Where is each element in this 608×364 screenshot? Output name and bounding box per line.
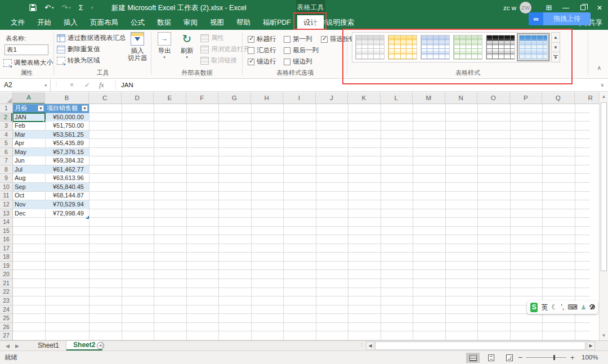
column-header-G[interactable]: G	[218, 92, 251, 104]
row-header-3[interactable]: 3	[0, 122, 12, 131]
column-header-I[interactable]: I	[283, 92, 316, 104]
expand-formula-bar-icon[interactable]: ∨	[600, 79, 604, 91]
column-header-M[interactable]: M	[413, 92, 445, 104]
new-sheet-button[interactable]: +	[97, 342, 104, 349]
hscroll-left-icon[interactable]: ◀	[366, 341, 374, 350]
cell-month[interactable]: Aug	[13, 174, 45, 183]
name-box[interactable]: A2▾	[0, 79, 51, 91]
insert-slicer-button[interactable]: 插入 切片器	[125, 32, 150, 67]
row-header-16[interactable]: 16	[0, 235, 12, 244]
cell-amount[interactable]: ¥55,435.89	[45, 139, 89, 148]
row-header-8[interactable]: 8	[0, 165, 12, 174]
row-header-1[interactable]: 1	[0, 104, 12, 113]
row-header-20[interactable]: 20	[0, 270, 12, 279]
cells-layer[interactable]: 月份▼项目销售额▼JAN¥50,000.00Feb¥51,750.00Mar¥5…	[13, 104, 599, 340]
row-header-2[interactable]: 2	[0, 113, 12, 122]
column-header-J[interactable]: J	[316, 92, 348, 104]
gallery-scroll-up-button[interactable]: ▲	[551, 32, 560, 43]
cell-month[interactable]: Nov	[13, 200, 45, 209]
collapse-ribbon-button[interactable]: ∧	[597, 65, 601, 71]
row-header-27[interactable]: 27	[0, 331, 12, 340]
cell-month[interactable]: Apr	[13, 139, 45, 148]
prev-sheet-icon[interactable]: ◀	[6, 343, 10, 349]
cell-amount[interactable]: ¥70,529.94	[45, 200, 89, 209]
filter-dropdown-button[interactable]: ▼	[38, 105, 44, 111]
insert-function-button[interactable]: fx	[99, 79, 104, 91]
gallery-scroll-down-button[interactable]: ▼	[551, 43, 560, 53]
confirm-entry-button[interactable]: ✓	[84, 79, 90, 91]
column-header-C[interactable]: C	[89, 92, 122, 104]
checkbox-last-column[interactable]: 最后一列	[284, 46, 319, 55]
next-sheet-icon[interactable]: ▶	[15, 343, 19, 349]
cell-amount[interactable]: ¥72,998.49	[45, 209, 89, 218]
cell-month[interactable]: Dec	[13, 209, 45, 218]
tab-insert[interactable]: 插入	[57, 15, 84, 30]
name-box-dropdown-icon[interactable]: ▾	[44, 79, 47, 91]
remove-duplicates-button[interactable]: 删除重复值	[57, 45, 100, 53]
zoom-level[interactable]: 100%	[582, 351, 598, 364]
row-header-9[interactable]: 9	[0, 174, 12, 183]
checkbox-header-row[interactable]: 标题行	[248, 35, 276, 43]
zoom-slider-track[interactable]	[526, 357, 566, 358]
tab-help[interactable]: 帮助	[230, 15, 257, 30]
column-header-K[interactable]: K	[348, 92, 381, 104]
row-header-15[interactable]: 15	[0, 227, 12, 236]
table-style-dark-black[interactable]	[486, 35, 515, 60]
tell-me-search[interactable]: 操作说明搜索	[301, 15, 354, 30]
undo-dropdown-icon[interactable]: ▾	[52, 6, 54, 10]
formula-bar-grip[interactable]: ⋮	[53, 81, 59, 87]
column-header-A[interactable]: A	[13, 92, 45, 104]
column-header-O[interactable]: O	[477, 92, 510, 104]
scroll-down-icon[interactable]: ▼	[600, 331, 608, 340]
tab-formulas[interactable]: 公式	[124, 15, 151, 30]
cell-amount[interactable]: ¥51,750.00	[45, 122, 89, 131]
table-header-cell[interactable]: 项目销售额▼	[45, 104, 89, 113]
sogou-logo-icon[interactable]: S	[530, 303, 538, 312]
row-header-6[interactable]: 6	[0, 148, 12, 157]
row-header-14[interactable]: 14	[0, 218, 12, 227]
cell-amount[interactable]: ¥65,840.45	[45, 183, 89, 192]
tab-foxit-pdf[interactable]: 福昕PDF	[257, 15, 297, 30]
cell-amount[interactable]: ¥59,384.32	[45, 156, 89, 165]
undo-button[interactable]: ↶▾	[44, 4, 53, 11]
zoom-slider-thumb[interactable]	[553, 355, 555, 360]
refresh-button[interactable]: ↻ 刷新 ▾	[177, 32, 197, 67]
row-header-23[interactable]: 23	[0, 296, 12, 305]
row-header-18[interactable]: 18	[0, 253, 12, 262]
tab-review[interactable]: 审阅	[177, 15, 204, 30]
convert-to-range-button[interactable]: 转换为区域	[57, 56, 100, 65]
tab-page-layout[interactable]: 页面布局	[84, 15, 124, 30]
table-style-light-blue[interactable]	[421, 35, 450, 60]
column-header-L[interactable]: L	[381, 92, 413, 104]
table-style-light-gray[interactable]	[355, 35, 385, 60]
gallery-more-button[interactable]: ▼	[551, 52, 560, 62]
row-header-26[interactable]: 26	[0, 323, 12, 332]
row-header-10[interactable]: 10	[0, 183, 12, 192]
cell-month[interactable]: Feb	[13, 122, 45, 131]
cell-amount[interactable]: ¥53,561.25	[45, 131, 89, 140]
export-button[interactable]: 导出 ▾	[154, 32, 175, 67]
moon-icon[interactable]: ☾	[551, 304, 557, 311]
customize-qat-button[interactable]: ▿	[91, 6, 93, 10]
table-header-cell[interactable]: 月份▼	[13, 104, 45, 113]
column-header-E[interactable]: E	[154, 92, 186, 104]
row-header-7[interactable]: 7	[0, 156, 12, 165]
cell-month[interactable]: Jul	[13, 165, 45, 174]
cell-amount[interactable]: ¥57,376.15	[45, 148, 89, 157]
horizontal-scrollbar[interactable]	[375, 341, 585, 350]
tab-home[interactable]: 开始	[31, 15, 57, 30]
sheet-tab-sheet1[interactable]: Sheet1	[31, 341, 66, 350]
cell-amount[interactable]: ¥61,462.77	[45, 165, 89, 174]
summarize-with-pivottable-button[interactable]: 通过数据透视表汇总	[57, 34, 126, 42]
scroll-up-icon[interactable]: ▲	[600, 92, 608, 101]
cell-month[interactable]: Jun	[13, 156, 45, 165]
row-header-4[interactable]: 4	[0, 131, 12, 140]
row-header-22[interactable]: 22	[0, 287, 12, 296]
cell-amount[interactable]: ¥63,613.96	[45, 174, 89, 183]
zoom-in-button[interactable]: +	[570, 351, 575, 364]
filter-dropdown-button[interactable]: ▼	[82, 105, 88, 111]
zoom-out-button[interactable]: −	[518, 351, 522, 364]
row-header-12[interactable]: 12	[0, 200, 12, 209]
cancel-entry-button[interactable]: ×	[70, 79, 74, 91]
checkbox-banded-rows[interactable]: 镶边行	[248, 57, 276, 66]
